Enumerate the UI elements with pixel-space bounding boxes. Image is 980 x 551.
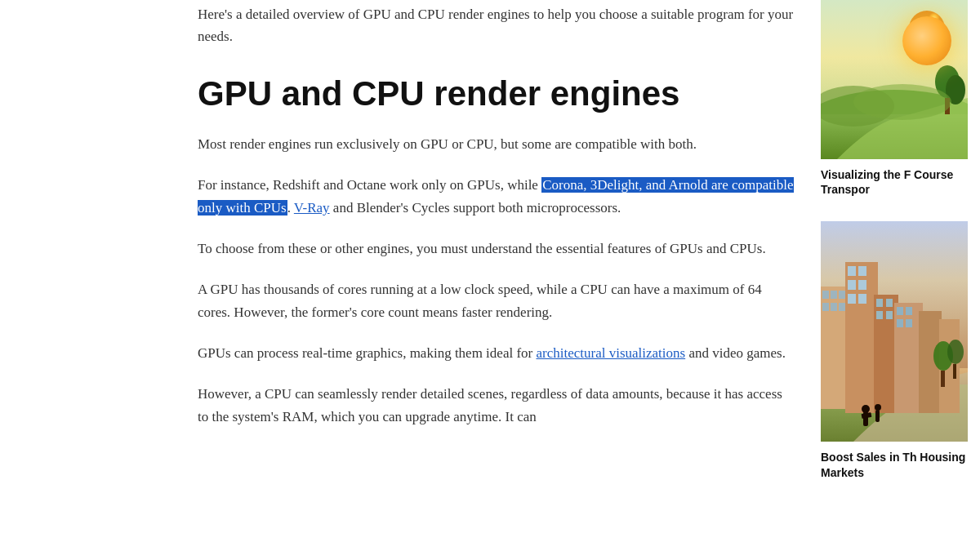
intro-paragraph: Here's a detailed overview of GPU and CP… (198, 0, 796, 47)
paragraph-3: To choose from these or other engines, y… (198, 238, 796, 260)
sidebar-card-1[interactable]: Visualizing the F Course Transpor (821, 0, 968, 202)
svg-rect-24 (858, 294, 866, 304)
svg-rect-19 (848, 266, 856, 276)
svg-rect-28 (876, 311, 883, 319)
svg-rect-21 (848, 280, 856, 290)
sidebar: Visualizing the F Course Transpor (821, 0, 980, 551)
paragraph-2: For instance, Redshift and Octane work o… (198, 174, 796, 220)
svg-rect-33 (897, 319, 903, 327)
sidebar-card-1-title: Visualizing the F Course Transpor (821, 159, 968, 202)
svg-rect-31 (897, 307, 903, 315)
svg-rect-45 (875, 410, 880, 422)
sidebar-card-2-image (821, 221, 968, 442)
svg-rect-22 (858, 280, 866, 290)
sidebar-card-1-image (821, 0, 968, 159)
svg-rect-26 (876, 299, 883, 307)
svg-rect-23 (848, 294, 856, 304)
svg-rect-20 (858, 266, 866, 276)
sidebar-divider (821, 202, 980, 221)
svg-rect-27 (886, 299, 893, 307)
svg-rect-17 (839, 303, 845, 311)
paragraph-5: GPUs can process real-time graphics, mak… (198, 342, 796, 365)
vray-link[interactable]: V-Ray (294, 200, 330, 216)
svg-rect-38 (941, 371, 945, 387)
svg-rect-13 (831, 291, 837, 299)
svg-point-39 (947, 340, 964, 364)
sidebar-card-2-title: Boost Sales in Th Housing Markets (821, 442, 968, 484)
svg-rect-29 (886, 311, 893, 319)
svg-rect-32 (906, 307, 912, 315)
paragraph-1: Most render engines run exclusively on G… (198, 133, 796, 156)
paragraph-6: However, a CPU can seamlessly render det… (198, 383, 796, 429)
svg-rect-12 (822, 291, 829, 299)
main-content: Here's a detailed overview of GPU and CP… (0, 0, 821, 551)
paragraph-4: A GPU has thousands of cores running at … (198, 278, 796, 324)
svg-rect-34 (906, 319, 912, 327)
sidebar-card-2[interactable]: Boost Sales in Th Housing Markets (821, 221, 968, 484)
arch-viz-link[interactable]: architectural visualizations (536, 345, 685, 361)
svg-rect-15 (822, 303, 829, 311)
svg-point-8 (853, 84, 951, 120)
section-heading: GPU and CPU render engines (198, 73, 796, 114)
svg-point-44 (875, 404, 881, 411)
svg-rect-16 (831, 303, 837, 311)
svg-rect-14 (839, 291, 845, 299)
svg-rect-40 (953, 364, 956, 379)
svg-point-1 (909, 11, 945, 47)
